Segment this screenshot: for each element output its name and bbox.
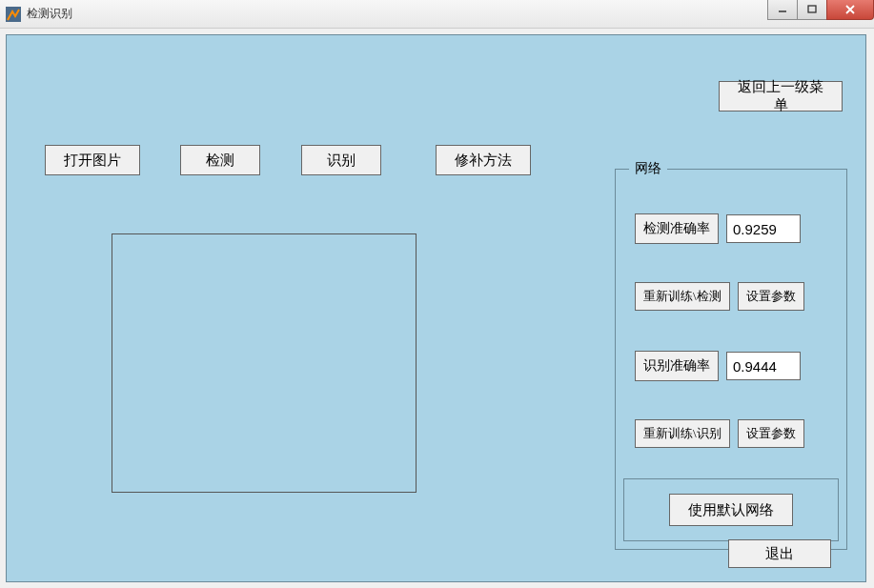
close-button[interactable] xyxy=(826,0,874,20)
detect-accuracy-label: 检测准确率 xyxy=(635,213,719,244)
use-default-network-button[interactable]: 使用默认网络 xyxy=(669,494,793,526)
window-controls xyxy=(768,0,874,20)
detect-accuracy-row: 检测准确率 xyxy=(635,213,801,244)
recognize-accuracy-field[interactable] xyxy=(726,352,801,380)
window-title: 检测识别 xyxy=(27,6,72,22)
retrain-detect-button[interactable]: 重新训练\检测 xyxy=(635,282,730,311)
retrain-recognize-button[interactable]: 重新训练\识别 xyxy=(635,419,730,448)
main-panel: 返回上一级菜单 打开图片 检测 识别 修补方法 网络 检测准确率 重新训练\检测… xyxy=(6,34,866,582)
client-area: 返回上一级菜单 打开图片 检测 识别 修补方法 网络 检测准确率 重新训练\检测… xyxy=(0,29,874,588)
recognize-accuracy-row: 识别准确率 xyxy=(635,351,801,381)
svg-rect-2 xyxy=(808,6,816,12)
recognize-button[interactable]: 识别 xyxy=(301,145,381,175)
image-canvas xyxy=(112,233,417,493)
app-icon xyxy=(6,7,21,22)
exit-button[interactable]: 退出 xyxy=(728,539,831,568)
minimize-button[interactable] xyxy=(767,0,798,20)
network-groupbox: 网络 检测准确率 重新训练\检测 设置参数 识别准确率 重新训练\识别 设置参数… xyxy=(615,169,847,550)
detect-button[interactable]: 检测 xyxy=(180,145,260,175)
retrain-detect-row: 重新训练\检测 设置参数 xyxy=(635,282,804,311)
recognize-accuracy-label: 识别准确率 xyxy=(635,351,719,381)
maximize-button[interactable] xyxy=(797,0,827,20)
retrain-recognize-row: 重新训练\识别 设置参数 xyxy=(635,419,804,448)
detect-set-params-button[interactable]: 设置参数 xyxy=(738,282,804,311)
detect-accuracy-field[interactable] xyxy=(726,214,801,243)
open-image-button[interactable]: 打开图片 xyxy=(45,145,140,175)
repair-method-button[interactable]: 修补方法 xyxy=(436,145,531,175)
return-menu-button[interactable]: 返回上一级菜单 xyxy=(719,81,843,112)
recognize-set-params-button[interactable]: 设置参数 xyxy=(738,419,804,448)
titlebar: 检测识别 xyxy=(0,0,874,29)
network-group-title: 网络 xyxy=(629,160,667,177)
default-network-box: 使用默认网络 xyxy=(623,478,839,541)
